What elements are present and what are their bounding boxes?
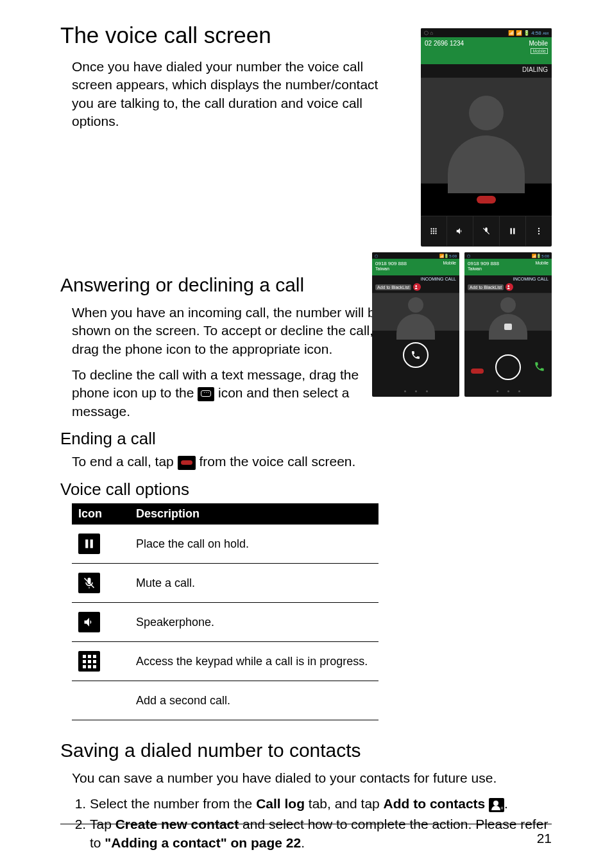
s2e: . [301, 835, 305, 850]
table-row: Place the call on hold. [72, 525, 378, 564]
s1c: tab, and tap [305, 796, 384, 811]
voice-call-screenshot: ⬡ ⌂ 📶 📶 🔋 4:58 AM 02 2696 1234 Mobile Mo… [421, 28, 552, 247]
hold-button[interactable] [500, 216, 526, 246]
call-header: 02 2696 1234 Mobile Mobile [421, 37, 552, 64]
mute-button[interactable] [473, 216, 500, 246]
svg-point-9 [430, 232, 432, 234]
end-call-icon [178, 456, 196, 470]
step-2: Tap Create new contact and select how to… [90, 815, 552, 852]
table-row: Mute a call. [72, 564, 378, 603]
table-row: Access the keypad while a call is in pro… [72, 642, 378, 681]
end-a: To end a call, tap [72, 454, 178, 469]
svg-point-8 [435, 230, 436, 232]
more-button[interactable] [526, 216, 552, 246]
answer-control[interactable] [372, 326, 459, 384]
speaker-button[interactable] [447, 216, 473, 246]
s1a: Select the number from the [90, 796, 256, 811]
section-saving: Saving a dialed number to contacts [60, 738, 552, 763]
avatar [372, 293, 459, 331]
end-b: from the voice call screen. [199, 454, 355, 469]
incoming-location: Taiwan [468, 266, 548, 271]
incoming-label: INCOMING CALL [372, 275, 459, 281]
desc-speaker: Speakerphone. [130, 603, 378, 642]
keypad-button[interactable] [421, 216, 447, 246]
incoming-location: Taiwan [375, 266, 456, 271]
incoming-call-idle: ⬡📶🔋 5:00 0918 909 888 Mobile Taiwan INCO… [372, 252, 459, 397]
s1e: . [504, 796, 508, 811]
svg-point-7 [433, 230, 434, 232]
mobile-badge: Mobile [531, 48, 548, 54]
decline-icon [471, 369, 484, 374]
nav-dots [421, 246, 552, 247]
s1b: Call log [256, 796, 305, 811]
drag-ring [495, 354, 521, 380]
incoming-label: INCOMING CALL [464, 275, 552, 281]
add-call-icon: + [78, 690, 100, 711]
svg-point-6 [430, 230, 432, 232]
s2d: "Adding a contact" on page 22 [105, 835, 301, 850]
dialing-status: DIALING [421, 64, 552, 78]
svg-point-15 [538, 228, 540, 229]
desc-mute: Mute a call. [130, 564, 378, 603]
warn-icon [506, 283, 513, 291]
incoming-number: 0918 909 888 [375, 261, 407, 266]
step-1: Select the number from the Call log tab,… [90, 795, 552, 813]
s1d: Add to contacts [384, 796, 489, 811]
th-icon: Icon [72, 503, 130, 525]
dialed-number: 02 2696 1234 [425, 40, 464, 47]
svg-point-5 [435, 228, 436, 229]
answer-text-1: When you have an incoming call, the numb… [72, 304, 393, 358]
section-voice-options: Voice call options [60, 479, 552, 500]
answer-drag-control[interactable] [464, 322, 552, 386]
mobile-label: Mobile [529, 40, 548, 47]
section-ending: Ending a call [60, 428, 552, 449]
end-text: To end a call, tap from the voice call s… [72, 453, 552, 471]
desc-keypad: Access the keypad while a call is in pro… [130, 642, 378, 681]
status-bar: ⬡ ⌂ 📶 📶 🔋 4:58 AM [421, 28, 552, 37]
svg-point-3 [430, 228, 432, 229]
add-contacts-icon: + [489, 798, 504, 812]
hold-icon [78, 534, 100, 554]
svg-point-10 [433, 232, 434, 234]
svg-rect-0 [85, 540, 88, 548]
svg-point-19 [508, 285, 510, 287]
mute-icon [78, 573, 100, 593]
table-row: Speakerphone. [72, 603, 378, 642]
end-call-handset-icon [477, 196, 496, 204]
keypad-icon [78, 651, 100, 672]
warn-icon [413, 283, 421, 291]
message-icon [198, 387, 214, 401]
svg-point-17 [538, 233, 540, 234]
table-row: + Add a second call. [72, 681, 378, 720]
th-desc: Description [130, 503, 378, 525]
svg-point-18 [416, 285, 418, 287]
answer2b: phone icon up to the [72, 385, 198, 400]
intro-text: Once you have dialed your number the voi… [72, 58, 393, 130]
incoming-call-screenshots: ⬡📶🔋 5:00 0918 909 888 Mobile Taiwan INCO… [372, 252, 552, 397]
speaker-icon [78, 612, 100, 632]
svg-rect-1 [90, 540, 93, 548]
page-number: 21 [537, 831, 552, 846]
answer2a: To decline the call with a text message,… [72, 367, 359, 382]
svg-point-4 [433, 228, 434, 229]
svg-point-16 [538, 230, 540, 232]
svg-rect-13 [511, 228, 512, 234]
incoming-number: 0918 909 888 [468, 261, 499, 266]
svg-point-11 [435, 232, 436, 234]
decline-message-icon [504, 324, 512, 330]
answer-text-2: To decline the call with a text message,… [72, 366, 393, 421]
incoming-mobile: Mobile [443, 261, 456, 266]
svg-rect-14 [513, 228, 514, 234]
voice-options-table: Icon Description Place the call on hold.… [72, 503, 378, 720]
blacklist-button[interactable]: Add to BlackList [468, 284, 504, 290]
accept-icon [534, 361, 545, 374]
incoming-call-drag: ⬡📶🔋 5:00 0918 909 888 Mobile Taiwan INCO… [464, 252, 552, 397]
desc-hold: Place the call on hold. [130, 525, 378, 564]
avatar [421, 78, 552, 183]
footer-divider [60, 824, 552, 824]
incoming-mobile: Mobile [535, 261, 548, 266]
blacklist-button[interactable]: Add to BlackList [375, 284, 411, 290]
save-text: You can save a number you have dialed to… [72, 769, 552, 787]
desc-addcall: Add a second call. [130, 681, 378, 720]
